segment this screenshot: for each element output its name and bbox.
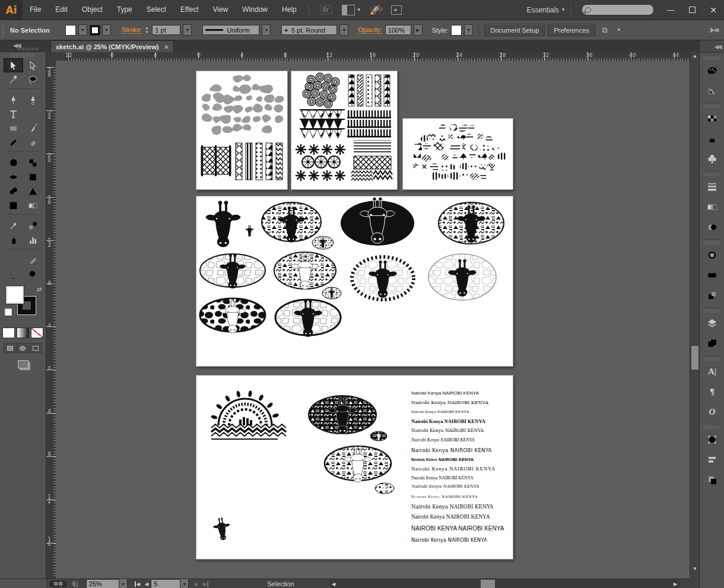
zoom-tool[interactable] <box>23 267 43 281</box>
panel-grip[interactable] <box>704 355 720 361</box>
blend-tool[interactable] <box>23 218 43 233</box>
last-artboard-icon[interactable]: ▶ <box>203 581 208 587</box>
document-tab[interactable]: sketch.ai @ 25% (CMYK/Preview) × <box>50 40 174 52</box>
default-fill-stroke-icon[interactable] <box>5 309 12 316</box>
panel-opentype[interactable]: O <box>700 402 724 422</box>
horizontal-ruler[interactable]: 12 8 4 0 4 8 12 16 20 24 28 32 36 40 44 <box>56 52 690 61</box>
hand-tool[interactable] <box>4 267 23 281</box>
document-setup-button[interactable]: Document Setup <box>484 24 545 36</box>
vertical-scroll-thumb[interactable] <box>691 346 698 370</box>
panel-cc-libraries[interactable] <box>700 265 724 285</box>
artboard-2[interactable] <box>291 71 398 190</box>
panel-align[interactable] <box>700 450 724 470</box>
panel-symbols[interactable] <box>700 149 724 169</box>
selection-tool[interactable] <box>4 58 23 72</box>
panel-character[interactable]: A| <box>700 361 724 382</box>
panel-links[interactable] <box>700 285 724 306</box>
shape-builder-tool[interactable] <box>4 184 23 198</box>
artboard-3[interactable] <box>402 118 513 190</box>
panel-grip[interactable] <box>704 171 720 176</box>
horizontal-scrollbar[interactable]: ◀ ▶ <box>329 579 679 588</box>
brush-dropdown[interactable]: ▼ <box>339 24 348 36</box>
chevron-down-icon[interactable]: ▼ <box>617 27 621 33</box>
width-tool[interactable] <box>4 170 23 184</box>
eyedropper-tool[interactable] <box>4 218 23 233</box>
type-tool[interactable] <box>4 107 23 121</box>
gradient-tool[interactable] <box>23 198 43 212</box>
screen-mode-button[interactable] <box>0 360 46 368</box>
close-button[interactable]: ✕ <box>703 4 724 17</box>
artboard-tool[interactable] <box>4 253 23 267</box>
app-logo[interactable]: Ai <box>0 0 23 20</box>
gpu-performance-icon[interactable]: 🚀⏻ <box>370 5 383 15</box>
width-profile-dropdown[interactable]: ▼ <box>262 24 271 36</box>
artboard-dropdown[interactable]: ▼ <box>180 579 189 588</box>
first-artboard-icon[interactable]: ◀ <box>135 581 140 587</box>
stroke-dropdown[interactable]: ▼ <box>102 24 111 36</box>
menu-object[interactable]: Object <box>75 0 110 20</box>
bridge-icon[interactable]: Br <box>320 5 332 14</box>
width-profile-select[interactable]: Uniform <box>202 25 259 35</box>
panel-gradient[interactable] <box>700 197 724 217</box>
style-dropdown[interactable]: ▼ <box>464 24 473 36</box>
export-icon[interactable]: ⎗ <box>72 580 78 588</box>
stroke-weight-dropdown[interactable]: ▼ <box>183 24 192 36</box>
panel-grip[interactable] <box>704 239 720 244</box>
none-button[interactable] <box>31 328 43 338</box>
menu-help[interactable]: Help <box>275 0 304 20</box>
direct-selection-tool[interactable] <box>23 58 43 72</box>
vertical-ruler[interactable]: 28 24 20 16 12 8 4 0 4 8 12 16 <box>46 61 56 579</box>
brush-select[interactable]: ●5 pt. Round <box>281 25 337 35</box>
isolate-selected-icon[interactable]: ⧉ <box>602 26 608 35</box>
column-graph-tool[interactable] <box>23 233 43 247</box>
menu-view[interactable]: View <box>206 0 236 20</box>
magic-wand-tool[interactable] <box>4 72 23 87</box>
scroll-left-icon[interactable]: ◀ <box>331 581 336 587</box>
workspace-switcher[interactable]: Essentials▼ <box>526 6 566 14</box>
artboard-5[interactable]: Nairobi Kenya NAIROBI KENYA Nairobi Keny… <box>196 375 513 560</box>
panel-grip[interactable] <box>704 307 720 313</box>
panel-stroke[interactable] <box>700 177 724 197</box>
perspective-grid-tool[interactable] <box>23 184 43 198</box>
zoom-dropdown[interactable]: ▼ <box>119 579 128 588</box>
horizontal-scroll-thumb[interactable] <box>481 580 495 588</box>
panel-transform[interactable] <box>700 430 724 450</box>
panel-grip[interactable] <box>704 424 720 429</box>
stroke-weight-stepper[interactable]: ▲▼ <box>145 26 148 34</box>
vertical-scrollbar[interactable]: ▲ ▼ <box>690 52 700 573</box>
arrange-documents-icon[interactable]: ▼ <box>342 5 361 15</box>
panel-color-guide[interactable] <box>700 81 724 101</box>
draw-normal-mode[interactable] <box>4 344 17 352</box>
panel-layers[interactable] <box>700 313 724 333</box>
next-artboard-icon[interactable]: ▶ <box>195 581 198 587</box>
style-swatch[interactable] <box>451 25 462 36</box>
mesh-tool[interactable] <box>4 198 23 212</box>
search-input[interactable] <box>582 4 654 15</box>
scroll-right-icon[interactable]: ▶ <box>672 581 678 587</box>
draw-inside-mode[interactable] <box>30 344 42 352</box>
menu-type[interactable]: Type <box>110 0 139 20</box>
panel-transparency[interactable] <box>700 217 724 237</box>
panel-grip[interactable] <box>2 24 5 37</box>
panel-color[interactable] <box>700 61 724 81</box>
zoom-level-field[interactable]: 25% <box>86 579 119 588</box>
pencil-tool[interactable] <box>4 135 23 150</box>
panel-grip[interactable] <box>11 53 35 58</box>
opacity-panel-link[interactable]: Opacity: <box>358 26 382 34</box>
artboard-1[interactable] <box>196 71 288 190</box>
rotate-tool[interactable] <box>4 155 23 170</box>
panel-paragraph[interactable]: ¶ <box>700 382 724 402</box>
artboard-number-field[interactable]: 5 <box>151 579 180 588</box>
previous-artboard-icon[interactable]: ◀ <box>145 581 148 587</box>
fill-dropdown[interactable]: ▼ <box>78 24 87 36</box>
toolbar-grip[interactable] <box>18 47 39 50</box>
ruler-corner[interactable] <box>46 52 56 61</box>
panel-brushes[interactable] <box>700 129 724 149</box>
tab-close-icon[interactable]: × <box>164 43 168 50</box>
panel-artboards[interactable] <box>700 333 724 354</box>
panel-appearance[interactable] <box>700 245 724 265</box>
line-segment-tool[interactable] <box>23 107 43 121</box>
swap-fill-stroke-icon[interactable]: ⇄ <box>37 286 42 293</box>
panel-menu-icon[interactable]: ⮞☰ <box>710 26 719 34</box>
draw-behind-mode[interactable] <box>17 344 29 352</box>
